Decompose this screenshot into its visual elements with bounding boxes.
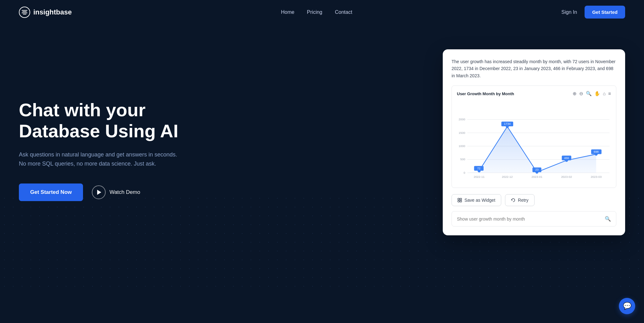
brand-icon xyxy=(19,7,30,18)
chart-controls: ⊕ ⊖ 🔍 ✋ ⌂ ≡ xyxy=(573,91,611,96)
svg-text:0: 0 xyxy=(464,171,465,174)
svg-marker-15 xyxy=(467,127,596,173)
hero-section: Chat with your Database Using AI Ask que… xyxy=(0,24,644,288)
svg-text:500: 500 xyxy=(460,158,465,161)
nav-links: Home Pricing Contact xyxy=(281,9,352,15)
save-widget-label: Save as Widget xyxy=(464,198,495,203)
brand-logo[interactable]: insightbase xyxy=(19,7,72,18)
nav-home[interactable]: Home xyxy=(281,9,294,15)
svg-text:1734: 1734 xyxy=(504,122,511,125)
hero-buttons: Get Started Now Watch Demo xyxy=(19,183,322,201)
chart-title: User Growth Month by Month xyxy=(457,91,514,96)
svg-text:2023-03: 2023-03 xyxy=(591,175,602,178)
watch-demo-label: Watch Demo xyxy=(109,189,140,195)
search-bar: 🔍 xyxy=(452,211,616,227)
watch-demo-button[interactable]: Watch Demo xyxy=(92,185,140,199)
hero-subtitle: Ask questions in natural language and ge… xyxy=(19,150,182,168)
svg-text:72: 72 xyxy=(477,167,480,170)
hero-title: Chat with your Database Using AI xyxy=(19,100,201,141)
svg-text:698: 698 xyxy=(594,150,599,153)
hero-left: Chat with your Database Using AI Ask que… xyxy=(19,43,322,201)
chart-container: User Growth Month by Month ⊕ ⊖ 🔍 ✋ ⌂ ≡ 0 xyxy=(452,85,616,188)
svg-text:2022-11: 2022-11 xyxy=(474,175,485,178)
chat-bubble-button[interactable]: 💬 xyxy=(619,298,635,314)
nav-pricing[interactable]: Pricing xyxy=(307,9,322,15)
menu-icon[interactable]: ≡ xyxy=(608,91,611,96)
chart-actions: Save as Widget Retry xyxy=(452,194,616,206)
svg-text:2023-01: 2023-01 xyxy=(531,175,542,178)
chart-svg-container: 0 500 1000 1500 2000 2022-11 xyxy=(457,101,611,183)
hero-right: The user growth has increased steadily m… xyxy=(322,43,625,235)
svg-rect-34 xyxy=(460,200,462,202)
play-circle-icon xyxy=(92,185,106,199)
home-icon[interactable]: ⌂ xyxy=(603,91,606,96)
retry-icon xyxy=(511,198,515,202)
svg-text:1500: 1500 xyxy=(458,131,465,134)
svg-text:2022-12: 2022-12 xyxy=(502,175,513,178)
retry-button[interactable]: Retry xyxy=(505,194,534,206)
chart-header: User Growth Month by Month ⊕ ⊖ 🔍 ✋ ⌂ ≡ xyxy=(457,91,611,96)
svg-text:466: 466 xyxy=(564,156,569,160)
sign-in-link[interactable]: Sign In xyxy=(561,9,577,15)
save-as-widget-button[interactable]: Save as Widget xyxy=(452,194,501,206)
svg-rect-33 xyxy=(458,200,459,202)
widget-icon xyxy=(458,198,462,202)
retry-label: Retry xyxy=(518,198,528,203)
nav-contact[interactable]: Contact xyxy=(335,9,352,15)
search-input[interactable] xyxy=(457,216,605,222)
get-started-now-button[interactable]: Get Started Now xyxy=(19,183,83,201)
svg-text:2000: 2000 xyxy=(458,118,465,121)
nav-right: Sign In Get Started xyxy=(561,6,625,19)
search-chart-icon[interactable]: 🔍 xyxy=(586,91,592,96)
insight-text: The user growth has increased steadily m… xyxy=(452,58,616,79)
cursor-icon[interactable]: ✋ xyxy=(594,91,600,96)
get-started-nav-button[interactable]: Get Started xyxy=(585,6,625,19)
brand-name: insightbase xyxy=(33,8,72,16)
zoom-in-icon[interactable]: ⊕ xyxy=(573,91,577,96)
dashboard-card: The user growth has increased steadily m… xyxy=(443,49,625,235)
search-icon: 🔍 xyxy=(605,216,611,222)
svg-text:2023-02: 2023-02 xyxy=(561,175,572,178)
play-triangle-icon xyxy=(97,190,101,195)
svg-rect-31 xyxy=(458,198,459,200)
svg-text:23: 23 xyxy=(535,168,538,172)
zoom-out-icon[interactable]: ⊖ xyxy=(579,91,583,96)
svg-text:1000: 1000 xyxy=(458,144,465,148)
chat-bubble-icon: 💬 xyxy=(623,302,631,310)
navbar: insightbase Home Pricing Contact Sign In… xyxy=(0,0,644,24)
svg-rect-32 xyxy=(460,198,462,200)
